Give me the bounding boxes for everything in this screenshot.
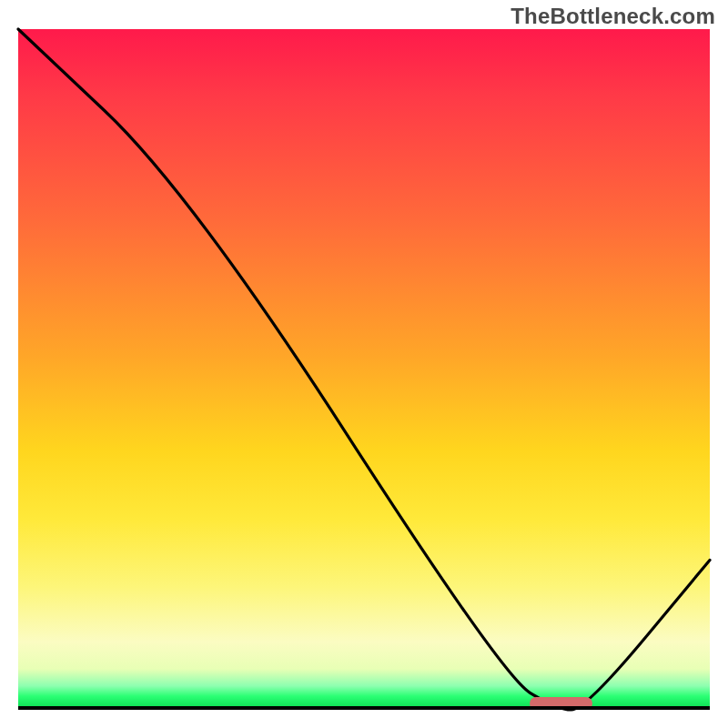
x-axis-baseline (18, 706, 710, 710)
chart-container: TheBottleneck.com (0, 0, 728, 728)
plot-area (18, 29, 710, 710)
watermark-text: TheBottleneck.com (511, 4, 715, 29)
bottleneck-curve (18, 29, 710, 710)
curve-path (18, 29, 710, 710)
